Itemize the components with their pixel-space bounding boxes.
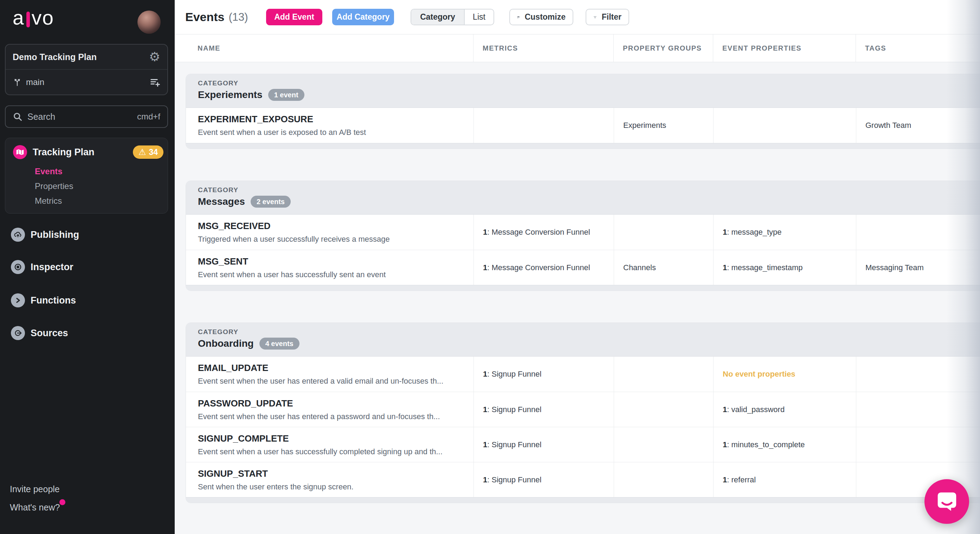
event-property-number: 1 — [723, 228, 727, 237]
event-name: MSG_RECEIVED — [198, 221, 270, 232]
event-row[interactable]: MSG_SENTEvent sent when a user has succe… — [186, 250, 980, 285]
sidebar-item-label: Functions — [30, 295, 76, 306]
category-cards: CATEGORYExperiements1 eventEXPERIMENT_EX… — [186, 74, 980, 534]
customize-button[interactable]: Customize — [509, 9, 573, 25]
workspace-selector[interactable]: Demo Tracking Plan ⚙ — [6, 44, 167, 70]
tracking-plan-header[interactable]: Tracking Plan ⚠ 34 — [13, 145, 164, 160]
workspace-name: Demo Tracking Plan — [13, 52, 149, 62]
whats-new-link[interactable]: What's new? — [10, 502, 60, 513]
issues-count-badge: ⚠ 34 — [133, 145, 164, 159]
category-title-row: Messages2 events — [198, 195, 980, 208]
category-header: CATEGORYOnboarding4 events — [186, 323, 980, 357]
metrics-cell: 1: Signup Funnel — [474, 462, 614, 497]
search-input[interactable]: Search cmd+f — [5, 105, 168, 128]
tracking-plan-links: Events Properties Metrics — [35, 164, 73, 208]
event-properties-cell — [713, 108, 856, 143]
settings-gear-icon[interactable]: ⚙ — [149, 51, 160, 63]
event-description: Event sent when the user has entered a v… — [198, 377, 443, 386]
category-label: CATEGORY — [198, 186, 980, 194]
sidebar-item-label: Sources — [30, 328, 68, 339]
event-row[interactable]: EMAIL_UPDATEEvent sent when the user has… — [186, 357, 980, 392]
event-description: Sent when the user enters the signup scr… — [198, 482, 354, 491]
metric-number: 1 — [483, 405, 487, 414]
sidebar-item-events[interactable]: Events — [35, 164, 73, 179]
tags-cell — [856, 392, 980, 427]
metric-number: 1 — [483, 440, 487, 449]
event-name-cell: EMAIL_UPDATEEvent sent when the user has… — [186, 357, 474, 392]
category-header: CATEGORYExperiements1 event — [186, 74, 980, 108]
column-header-name: NAME — [175, 35, 473, 62]
property-groups-cell — [614, 427, 713, 462]
event-properties-cell: 1: minutes_to_complete — [713, 427, 856, 462]
page-title: Events (13) — [185, 0, 248, 34]
user-avatar[interactable] — [137, 11, 161, 34]
event-row[interactable]: PASSWORD_UPDATEEvent sent when the user … — [186, 392, 980, 427]
branch-selector[interactable]: main — [6, 70, 167, 94]
search-shortcut: cmd+f — [137, 112, 160, 122]
metric-number: 1 — [483, 475, 487, 485]
event-property-number: 1 — [723, 263, 727, 272]
add-category-button[interactable]: Add Category — [332, 9, 394, 25]
add-event-button[interactable]: Add Event — [266, 9, 322, 25]
category-label: CATEGORY — [198, 79, 980, 87]
category-header: CATEGORYMessages2 events — [186, 181, 980, 215]
event-name-cell: MSG_RECEIVEDTriggered when a user succes… — [186, 215, 474, 250]
table-grid-icon — [517, 12, 520, 22]
logo-pink-bar-icon — [26, 11, 30, 27]
customize-label: Customize — [525, 12, 566, 22]
column-header-property-groups: PROPERTY GROUPS — [613, 35, 713, 62]
view-toggle: Category List — [410, 9, 494, 25]
event-name-cell: SIGNUP_COMPLETEEvent sent when a user ha… — [186, 427, 474, 462]
issues-count: 34 — [149, 148, 158, 157]
invite-people-link[interactable]: Invite people — [10, 484, 60, 494]
category-footer — [186, 497, 980, 503]
create-branch-icon[interactable] — [150, 77, 160, 87]
tags-cell — [856, 215, 980, 250]
tags-cell: Messaging Team — [856, 250, 980, 285]
column-header-event-properties: EVENT PROPERTIES — [713, 35, 856, 62]
whats-new-label: What's new? — [10, 502, 60, 512]
event-name-cell: SIGNUP_STARTSent when the user enters th… — [186, 462, 474, 497]
event-properties-cell: 1: valid_password — [713, 392, 856, 427]
metrics-cell: 1: Signup Funnel — [474, 392, 614, 427]
event-name-cell: EXPERIMENT_EXPOSUREEvent sent when a use… — [186, 108, 474, 143]
event-name: SIGNUP_START — [198, 468, 268, 479]
filter-label: Filter — [602, 12, 622, 22]
view-toggle-category[interactable]: Category — [411, 10, 465, 25]
logo-letters-vo: vo — [32, 8, 54, 28]
property-groups-cell — [614, 462, 713, 497]
events-count: (13) — [229, 11, 248, 24]
sidebar-item-properties[interactable]: Properties — [35, 179, 73, 194]
event-property-number: 1 — [723, 440, 727, 449]
column-header-metrics: METRICS — [473, 35, 613, 62]
event-count-badge: 2 events — [251, 195, 291, 208]
sidebar-item-functions[interactable]: Functions — [11, 293, 76, 307]
event-row[interactable]: SIGNUP_COMPLETEEvent sent when a user ha… — [186, 427, 980, 462]
chat-bubble-button[interactable] — [924, 479, 969, 524]
arrow-exit-icon — [11, 326, 25, 340]
event-row[interactable]: EXPERIMENT_EXPOSUREEvent sent when a use… — [186, 108, 980, 143]
tracking-plan-label: Tracking Plan — [33, 147, 133, 158]
event-description: Event sent when a user is exposed to an … — [198, 128, 366, 137]
sidebar-item-inspector[interactable]: Inspector — [11, 260, 73, 274]
metric-number: 1 — [483, 263, 487, 272]
filter-button[interactable]: Filter — [585, 9, 629, 25]
sidebar-item-metrics[interactable]: Metrics — [35, 194, 73, 208]
chat-bubble-icon — [935, 490, 959, 514]
category-title-row: Onboarding4 events — [198, 338, 980, 350]
category-card: CATEGORYExperiements1 eventEXPERIMENT_EX… — [186, 74, 980, 149]
metric-number: 1 — [483, 228, 487, 237]
category-footer — [186, 285, 980, 291]
category-footer — [186, 143, 980, 149]
view-toggle-list[interactable]: List — [465, 10, 493, 25]
event-row[interactable]: MSG_RECEIVEDTriggered when a user succes… — [186, 215, 980, 250]
event-name: PASSWORD_UPDATE — [198, 398, 293, 409]
sidebar-item-sources[interactable]: Sources — [11, 326, 68, 340]
metrics-cell: 1: Message Conversion Funnel — [474, 215, 614, 250]
event-row[interactable]: SIGNUP_STARTSent when the user enters th… — [186, 462, 980, 497]
sidebar-item-publishing[interactable]: Publishing — [11, 228, 79, 242]
category-name: Experiements — [198, 89, 262, 100]
metrics-cell: 1: Signup Funnel — [474, 427, 614, 462]
event-count-badge: 1 event — [268, 89, 304, 101]
event-property-number: 1 — [723, 405, 727, 414]
